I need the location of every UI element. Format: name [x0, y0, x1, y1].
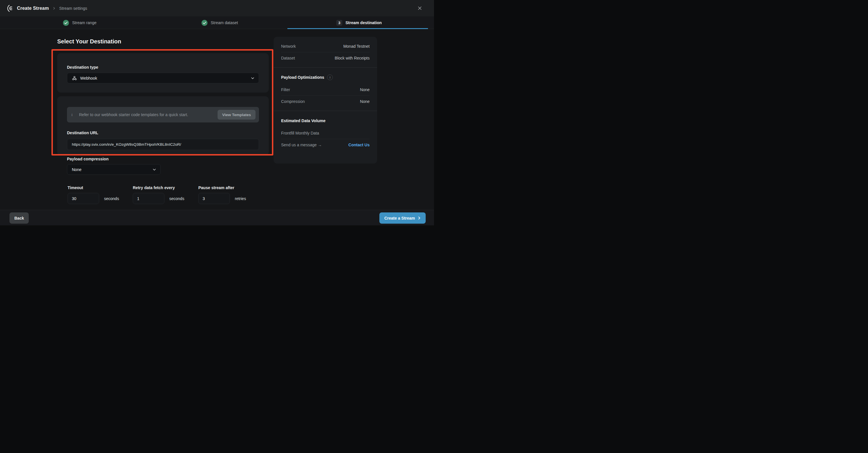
retry-input[interactable]	[133, 193, 164, 204]
pause-group: Pause stream after retries	[198, 185, 246, 204]
destination-type-label: Destination type	[67, 65, 98, 69]
pause-unit: retries	[235, 196, 246, 201]
summary-row-compression: Compression None	[281, 95, 370, 107]
summary-value: Block with Receipts	[335, 56, 370, 60]
payload-compression-value: None	[72, 167, 81, 172]
create-stream-label: Create a Stream	[384, 216, 415, 220]
timeout-input[interactable]	[67, 193, 99, 204]
retry-label: Retry data fetch every	[133, 185, 184, 190]
summary-label: Compression	[281, 99, 305, 104]
destination-type-value: Webhook	[80, 76, 97, 81]
summary-row-frontfill: Frontfill Monthly Data	[281, 127, 370, 139]
timeout-unit: seconds	[104, 196, 119, 201]
summary-row-contact: Send us a message → Contact Us	[281, 139, 370, 151]
back-button[interactable]: Back	[9, 212, 29, 223]
retry-unit: seconds	[169, 196, 184, 201]
retry-group: Retry data fetch every seconds	[133, 185, 184, 204]
summary-row-dataset: Dataset Block with Receipts	[281, 52, 370, 64]
templates-info-banner: i Refer to our webhook starter code temp…	[67, 107, 259, 122]
check-icon	[202, 20, 208, 26]
step-stream-range[interactable]: Stream range	[63, 17, 97, 29]
summary-row-network: Network Monad Testnet	[281, 40, 370, 52]
payload-optimizations-header: Payload Optimizations i	[281, 71, 370, 84]
destination-url-label: Destination URL	[67, 130, 259, 135]
webhook-config-card: i Refer to our webhook starter code temp…	[57, 96, 269, 155]
frontfill-label: Frontfill Monthly Data	[281, 131, 319, 135]
webhook-icon	[72, 76, 77, 81]
chevron-right-icon	[417, 216, 421, 220]
topbar: Create Stream Stream settings	[0, 0, 434, 17]
step-number-badge: 3	[336, 20, 342, 26]
contact-message-label: Send us a message →	[281, 143, 322, 147]
destination-url-input[interactable]	[67, 139, 259, 150]
view-templates-button[interactable]: View Templates	[218, 110, 255, 120]
page-bottom-edge	[0, 225, 434, 227]
pause-input[interactable]	[198, 193, 230, 204]
banner-text: Refer to our webhook starter code templa…	[79, 112, 218, 117]
destination-type-card: Destination type Webhook	[57, 53, 269, 93]
step-bar: Stream range Stream dataset 3 Stream des…	[0, 17, 434, 29]
create-stream-button[interactable]: Create a Stream	[379, 212, 426, 223]
payload-compression-label: Payload compression	[67, 157, 108, 161]
logo-icon	[6, 5, 14, 12]
page-title: Create Stream	[17, 6, 49, 11]
step-stream-dataset[interactable]: Stream dataset	[202, 17, 238, 29]
step-label: Stream destination	[345, 21, 382, 25]
chevron-down-icon	[251, 76, 255, 80]
close-icon	[418, 6, 422, 10]
payload-compression-select[interactable]: None	[67, 164, 161, 175]
info-circle-icon[interactable]: i	[327, 74, 333, 80]
create-stream-modal: Create Stream Stream settings Stream ran…	[0, 0, 434, 227]
summary-label: Dataset	[281, 56, 295, 60]
close-button[interactable]	[415, 4, 424, 12]
info-icon: i	[71, 113, 79, 117]
timeout-group: Timeout seconds	[67, 185, 119, 204]
summary-value: None	[360, 87, 370, 92]
estimated-data-volume-header: Estimated Data Volume	[281, 114, 370, 127]
main-content: Select Your Destination Destination type…	[0, 29, 434, 210]
footer-bar: Back Create a Stream	[0, 210, 434, 225]
breadcrumb: Stream settings	[59, 6, 87, 11]
pause-label: Pause stream after	[198, 185, 246, 190]
summary-row-filter: Filter None	[281, 84, 370, 95]
breadcrumb-chevron-icon	[52, 7, 56, 10]
summary-label: Filter	[281, 87, 290, 92]
timeout-label: Timeout	[67, 185, 119, 190]
check-icon	[63, 20, 69, 26]
section-divider	[274, 111, 377, 111]
step-stream-destination[interactable]: 3 Stream destination	[336, 17, 382, 29]
summary-value: Monad Testnet	[343, 44, 370, 49]
summary-label: Network	[281, 44, 296, 49]
summary-value: None	[360, 99, 370, 104]
destination-type-select[interactable]: Webhook	[67, 73, 259, 83]
step-label: Stream range	[72, 21, 97, 25]
step-label: Stream dataset	[211, 21, 238, 25]
contact-us-link[interactable]: Contact Us	[348, 143, 370, 147]
stream-summary-panel: Network Monad Testnet Dataset Block with…	[274, 37, 377, 163]
page-heading: Select Your Destination	[57, 38, 121, 45]
chevron-down-icon	[152, 168, 156, 172]
